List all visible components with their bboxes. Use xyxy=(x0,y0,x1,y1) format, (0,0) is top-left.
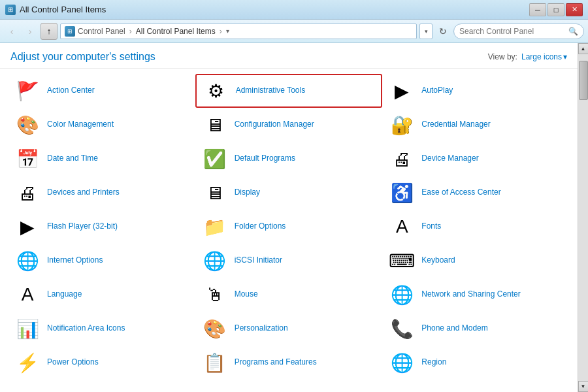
item-label-phone-modem: Phone and Modem xyxy=(421,323,487,334)
back-button[interactable]: ‹ xyxy=(4,24,20,39)
grid-item-network-sharing[interactable]: 🌐 Network and Sharing Center xyxy=(382,278,570,312)
grid-item-keyboard[interactable]: ⌨ Keyboard xyxy=(382,244,570,278)
grid-item-language[interactable]: A Language xyxy=(8,278,195,312)
item-icon-credential-manager: 🔐 xyxy=(389,112,415,138)
item-icon-mouse: 🖱 xyxy=(202,282,228,308)
item-label-internet-options: Internet Options xyxy=(47,255,103,266)
grid-item-autoplay[interactable]: ▶ AutoPlay xyxy=(382,74,570,108)
grid-item-action-center[interactable]: 🚩 Action Center xyxy=(8,74,195,108)
grid-item-region[interactable]: 🌐 Region xyxy=(382,346,570,380)
grid-item-notification-icons[interactable]: 📊 Notification Area Icons xyxy=(8,312,195,346)
refresh-button[interactable]: ↻ xyxy=(435,24,451,39)
grid-item-phone-modem[interactable]: 📞 Phone and Modem xyxy=(382,312,570,346)
item-label-action-center: Action Center xyxy=(47,86,95,96)
grid-item-iscsi[interactable]: 🌐 iSCSI Initiator xyxy=(195,244,383,278)
item-icon-keyboard: ⌨ xyxy=(389,248,415,274)
item-label-folder-options: Folder Options xyxy=(235,221,286,232)
scrollbar[interactable]: ▲ ▼ xyxy=(578,43,588,392)
item-label-power-options: Power Options xyxy=(47,357,99,368)
item-icon-region: 🌐 xyxy=(389,350,415,376)
grid-item-device-manager[interactable]: 🖨 Device Manager xyxy=(382,142,570,176)
item-icon-config-manager: 🖥 xyxy=(202,112,228,138)
item-icon-devices-printers: 🖨 xyxy=(14,180,41,206)
minimize-button[interactable]: ─ xyxy=(529,3,546,16)
path-icon: ⊞ xyxy=(65,26,75,37)
item-icon-device-manager: 🖨 xyxy=(389,146,415,172)
item-icon-flash-player: ▶ xyxy=(14,214,41,240)
content-header: Adjust your computer's settings View by:… xyxy=(0,43,578,69)
item-label-flash-player: Flash Player (32-bit) xyxy=(47,221,118,232)
window-title: All Control Panel Items xyxy=(20,5,106,14)
grid-item-default-programs[interactable]: ✅ Default Programs xyxy=(195,142,383,176)
search-box: 🔍 xyxy=(453,24,584,39)
page-title: Adjust your computer's settings xyxy=(10,51,155,63)
item-icon-programs-features: 📋 xyxy=(202,350,228,376)
item-label-keyboard: Keyboard xyxy=(421,255,455,266)
grid-item-color-management[interactable]: 🎨 Color Management xyxy=(8,108,195,142)
grid-item-display[interactable]: 🖥 Display xyxy=(195,176,383,210)
view-by-arrow-icon: ▾ xyxy=(563,52,567,61)
path-expand-icon: ▾ xyxy=(226,27,229,35)
view-by-control: View by: Large icons ▾ xyxy=(488,52,567,61)
content-area: Adjust your computer's settings View by:… xyxy=(0,43,578,392)
item-icon-action-center: 🚩 xyxy=(14,78,41,104)
address-bar: ‹ › ↑ ⊞ Control Panel › All Control Pane… xyxy=(0,20,588,43)
up-button[interactable]: ↑ xyxy=(41,23,57,40)
item-label-iscsi: iSCSI Initiator xyxy=(235,255,282,266)
search-input[interactable] xyxy=(459,27,566,36)
scroll-track[interactable] xyxy=(578,54,589,381)
item-label-default-programs: Default Programs xyxy=(235,154,295,164)
grid-item-flash-player[interactable]: ▶ Flash Player (32-bit) xyxy=(8,210,195,244)
item-icon-internet-options: 🌐 xyxy=(14,248,41,274)
item-icon-default-programs: ✅ xyxy=(202,146,228,172)
address-path[interactable]: ⊞ Control Panel › All Control Panel Item… xyxy=(60,24,417,39)
grid-item-ease-of-access[interactable]: ♿ Ease of Access Center xyxy=(382,176,570,210)
path-separator-2: › xyxy=(220,27,222,36)
window-icon: ⊞ xyxy=(5,5,16,15)
address-dropdown-button[interactable]: ▾ xyxy=(419,24,433,39)
main-content: Adjust your computer's settings View by:… xyxy=(0,43,588,392)
item-label-region: Region xyxy=(421,357,446,368)
grid-item-personalization[interactable]: 🎨 Personalization xyxy=(195,312,383,346)
maximize-button[interactable]: □ xyxy=(547,3,564,16)
item-icon-phone-modem: 📞 xyxy=(389,316,415,342)
scroll-thumb[interactable] xyxy=(579,61,588,100)
item-icon-autoplay: ▶ xyxy=(389,78,415,104)
item-label-devices-printers: Devices and Printers xyxy=(47,188,120,198)
item-icon-ease-of-access: ♿ xyxy=(389,180,415,206)
grid-item-config-manager[interactable]: 🖥 Configuration Manager xyxy=(195,108,383,142)
path-separator-1: › xyxy=(129,27,132,36)
item-icon-folder-options: 📁 xyxy=(202,214,228,240)
item-label-display: Display xyxy=(235,188,260,198)
grid-item-internet-options[interactable]: 🌐 Internet Options xyxy=(8,244,195,278)
search-icon[interactable]: 🔍 xyxy=(568,27,578,36)
item-icon-network-sharing: 🌐 xyxy=(389,282,415,308)
grid-item-admin-tools[interactable]: ⚙ Administrative Tools xyxy=(195,74,383,108)
item-icon-language: A xyxy=(14,282,41,308)
item-label-color-management: Color Management xyxy=(47,120,114,130)
item-label-config-manager: Configuration Manager xyxy=(235,120,314,130)
item-label-notification-icons: Notification Area Icons xyxy=(47,323,125,334)
item-icon-date-time: 📅 xyxy=(14,146,41,172)
path-text: Control Panel xyxy=(78,27,125,36)
grid-item-power-options[interactable]: ⚡ Power Options xyxy=(8,346,195,380)
item-label-credential-manager: Credential Manager xyxy=(421,120,490,130)
scroll-down-button[interactable]: ▼ xyxy=(578,381,589,392)
view-by-dropdown[interactable]: Large icons ▾ xyxy=(521,52,567,61)
item-icon-notification-icons: 📊 xyxy=(14,316,41,342)
close-button[interactable]: ✕ xyxy=(566,3,583,16)
item-icon-color-management: 🎨 xyxy=(14,112,41,138)
grid-item-folder-options[interactable]: 📁 Folder Options xyxy=(195,210,383,244)
grid-item-fonts[interactable]: A Fonts xyxy=(382,210,570,244)
grid-item-date-time[interactable]: 📅 Date and Time xyxy=(8,142,195,176)
scroll-up-button[interactable]: ▲ xyxy=(578,43,589,54)
grid-item-programs-features[interactable]: 📋 Programs and Features xyxy=(195,346,383,380)
item-label-date-time: Date and Time xyxy=(47,154,98,164)
grid-item-mouse[interactable]: 🖱 Mouse xyxy=(195,278,383,312)
grid-item-credential-manager[interactable]: 🔐 Credential Manager xyxy=(382,108,570,142)
grid-item-devices-printers[interactable]: 🖨 Devices and Printers xyxy=(8,176,195,210)
view-by-label: View by: xyxy=(488,52,517,61)
item-label-admin-tools: Administrative Tools xyxy=(236,86,306,96)
item-label-language: Language xyxy=(47,289,82,300)
forward-button[interactable]: › xyxy=(22,24,38,39)
